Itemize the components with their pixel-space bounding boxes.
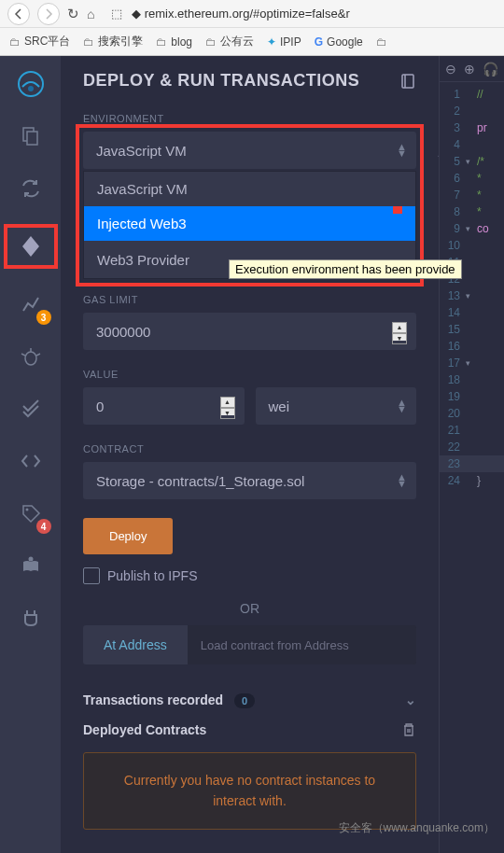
- svg-point-4: [25, 352, 36, 365]
- compiler-icon[interactable]: [14, 172, 48, 205]
- contract-label: CONTRACT: [83, 443, 416, 454]
- editor-line[interactable]: 10: [440, 237, 504, 254]
- line-number: 18: [440, 373, 466, 386]
- gist-icon[interactable]: [14, 444, 48, 478]
- editor-line[interactable]: 21: [440, 422, 504, 439]
- number-stepper[interactable]: ▲▼: [392, 322, 407, 341]
- contract-select[interactable]: Storage - contracts/1_Storage.sol ▲▼: [83, 462, 416, 499]
- editor-line[interactable]: 15: [440, 321, 504, 338]
- dropdown-option-jsvm[interactable]: JavaScript VM: [84, 172, 415, 206]
- tag-icon[interactable]: 4: [14, 496, 48, 530]
- url-text: remix.ethereum.org/#optimize=false&r: [145, 7, 350, 21]
- analytics-icon[interactable]: 3: [14, 287, 48, 321]
- check-icon[interactable]: [14, 392, 48, 426]
- file-explorer-icon[interactable]: [14, 119, 48, 153]
- zoom-in-icon[interactable]: ⊕: [464, 62, 475, 77]
- debugger-icon[interactable]: [14, 340, 48, 373]
- editor-line[interactable]: 23: [440, 455, 504, 472]
- plugin-icon[interactable]: [14, 601, 48, 635]
- badge: 3: [36, 310, 51, 325]
- at-address-input[interactable]: Load contract from Address: [188, 625, 416, 664]
- value-input[interactable]: ▲▼: [83, 387, 245, 425]
- fold-icon[interactable]: ▾: [466, 224, 475, 233]
- home-icon[interactable]: ⌂: [87, 7, 94, 21]
- bookmark-item[interactable]: 🗀搜索引擎: [83, 34, 143, 49]
- bookmark-item[interactable]: 🗀公有云: [205, 34, 254, 49]
- no-contracts-alert: Currently you have no contract instances…: [83, 752, 416, 830]
- editor-line[interactable]: 18: [440, 371, 504, 388]
- deploy-button[interactable]: Deploy: [83, 518, 173, 554]
- editor-line[interactable]: 5▾/*: [440, 153, 504, 170]
- editor-line[interactable]: 22: [440, 439, 504, 455]
- editor-line[interactable]: 7 *: [440, 187, 504, 203]
- line-number: 14: [440, 306, 466, 319]
- transactions-row[interactable]: Transactions recorded 0 ⌄: [83, 687, 416, 713]
- line-number: 20: [440, 407, 466, 420]
- folder-icon[interactable]: 🗀: [376, 35, 387, 49]
- code-text: //: [475, 88, 483, 101]
- url-bar[interactable]: ⬚ ◆ remix.ethereum.org/#optimize=false&r: [102, 7, 497, 21]
- svg-rect-3: [27, 132, 37, 145]
- refresh-icon[interactable]: ↻: [67, 6, 79, 22]
- environment-tooltip: Execution environment has been provide: [229, 259, 462, 279]
- remix-logo-icon[interactable]: [14, 67, 48, 101]
- bookmark-item[interactable]: GGoogle: [315, 35, 363, 49]
- publish-ipfs-checkbox[interactable]: [83, 567, 100, 584]
- book-icon[interactable]: [399, 73, 416, 90]
- line-number: 10: [440, 239, 466, 252]
- editor-line[interactable]: 1//: [440, 86, 504, 103]
- editor-line[interactable]: 13▾: [440, 287, 504, 304]
- deploy-run-icon[interactable]: [14, 230, 48, 263]
- back-button[interactable]: [7, 3, 30, 25]
- gaslimit-input[interactable]: ▲▼: [83, 313, 416, 350]
- editor-line[interactable]: 20: [440, 405, 504, 422]
- value-field[interactable]: [96, 399, 231, 414]
- at-address-button[interactable]: At Address: [83, 625, 188, 664]
- line-number: 6: [440, 172, 466, 185]
- editor-line[interactable]: 14: [440, 304, 504, 321]
- deployed-contracts-row: Deployed Contracts: [83, 713, 416, 752]
- editor-line[interactable]: 24}: [440, 472, 504, 489]
- line-number: 16: [440, 340, 466, 353]
- forward-button[interactable]: [37, 3, 60, 25]
- gaslimit-field[interactable]: [96, 324, 403, 340]
- editor-line[interactable]: 8 *: [440, 203, 504, 220]
- unit-select[interactable]: wei ▲▼: [256, 387, 417, 425]
- zoom-out-icon[interactable]: ⊖: [445, 62, 456, 77]
- editor-line[interactable]: 19: [440, 388, 504, 405]
- environment-select[interactable]: JavaScript VM ▲▼: [83, 132, 416, 169]
- bookmark-item[interactable]: 🗀SRC平台: [9, 34, 70, 49]
- editor-line[interactable]: 4: [440, 136, 504, 153]
- dropdown-option-injected[interactable]: Injected Web3: [84, 206, 415, 241]
- editor-line[interactable]: 3pr: [440, 119, 504, 136]
- browser-nav-bar: ↻ ⌂ ⬚ ◆ remix.ethereum.org/#optimize=fal…: [0, 0, 504, 28]
- chevron-right-icon: [43, 8, 54, 20]
- editor-line[interactable]: 2: [440, 103, 504, 119]
- line-number: 24: [440, 474, 466, 487]
- fold-icon[interactable]: ▾: [466, 291, 475, 301]
- fold-icon[interactable]: ▾: [466, 358, 475, 368]
- trash-icon[interactable]: [401, 722, 416, 737]
- code-text: *: [475, 205, 482, 218]
- editor-line[interactable]: 16: [440, 338, 504, 355]
- line-numbers: 1//23pr45▾/*6 *7 *8 *9▾co10111213▾141516…: [440, 82, 504, 493]
- contract-group: CONTRACT Storage - contracts/1_Storage.s…: [83, 443, 416, 499]
- editor-line[interactable]: 6 *: [440, 170, 504, 187]
- bookmark-item[interactable]: 🗀blog: [156, 35, 192, 49]
- line-number: 19: [440, 390, 466, 403]
- editor-line[interactable]: 9▾co: [440, 220, 504, 237]
- chevron-left-icon: [13, 8, 24, 20]
- deployed-label: Deployed Contracts: [83, 722, 206, 737]
- line-number: 7: [440, 189, 466, 202]
- line-number: 22: [440, 440, 466, 454]
- publish-ipfs-row[interactable]: Publish to IPFS: [83, 567, 416, 584]
- editor-toolbar: ⊖ ⊕ 🎧: [440, 56, 504, 82]
- editor-line[interactable]: 17▾: [440, 355, 504, 371]
- headphones-icon[interactable]: 🎧: [483, 62, 498, 77]
- fold-icon[interactable]: ▾: [466, 157, 475, 166]
- number-stepper[interactable]: ▲▼: [220, 397, 235, 415]
- bookmark-item[interactable]: ✦IPIP: [267, 35, 301, 49]
- publish-ipfs-label: Publish to IPFS: [107, 568, 198, 583]
- line-number: 8: [440, 205, 466, 218]
- book-icon[interactable]: [14, 549, 48, 582]
